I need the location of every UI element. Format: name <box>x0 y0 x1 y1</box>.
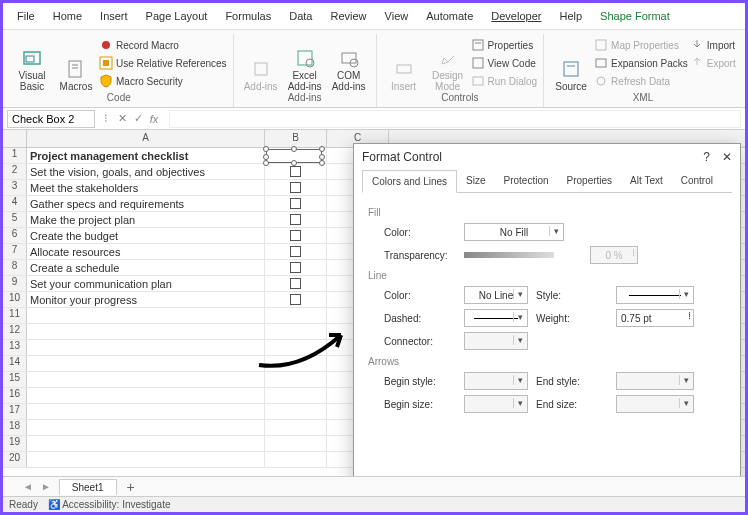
checkbox[interactable] <box>290 262 301 273</box>
cell-a1[interactable]: Project management checklist <box>27 148 265 163</box>
cell-b7[interactable] <box>265 244 327 259</box>
formula-input[interactable] <box>169 110 741 128</box>
macros-button[interactable]: Macros <box>55 36 97 92</box>
begin-style-dropdown[interactable] <box>464 372 528 390</box>
add-sheet-button[interactable]: + <box>123 479 139 495</box>
view-code-button[interactable]: View Code <box>471 54 537 72</box>
row-header[interactable]: 19 <box>3 436 27 451</box>
cell-b10[interactable] <box>265 292 327 307</box>
cell-a12[interactable] <box>27 324 265 339</box>
row-header[interactable]: 12 <box>3 324 27 339</box>
menu-file[interactable]: File <box>9 6 43 26</box>
cell-a17[interactable] <box>27 404 265 419</box>
cell-b6[interactable] <box>265 228 327 243</box>
cell-a9[interactable]: Set your communication plan <box>27 276 265 291</box>
row-header[interactable]: 17 <box>3 404 27 419</box>
menu-help[interactable]: Help <box>551 6 590 26</box>
end-style-dropdown[interactable] <box>616 372 694 390</box>
status-accessibility[interactable]: ♿ Accessibility: Investigate <box>48 499 171 510</box>
cell-a6[interactable]: Create the budget <box>27 228 265 243</box>
cancel-icon[interactable]: ✕ <box>115 112 129 125</box>
export-button[interactable]: Export <box>690 54 736 72</box>
cell-b8[interactable] <box>265 260 327 275</box>
cell-b20[interactable] <box>265 452 327 467</box>
menu-developer[interactable]: Developer <box>483 6 549 26</box>
checkbox[interactable] <box>290 166 301 177</box>
dialog-tab-protection[interactable]: Protection <box>495 170 558 192</box>
checkbox[interactable] <box>290 294 301 305</box>
com-addins-button[interactable]: COM Add-ins <box>328 36 370 92</box>
col-header-b[interactable]: B <box>265 130 327 147</box>
addins-button[interactable]: Add-ins <box>240 36 282 92</box>
transparency-spinner[interactable]: 0 % <box>590 246 638 264</box>
cell-b19[interactable] <box>265 436 327 451</box>
row-header[interactable]: 7 <box>3 244 27 259</box>
cell-b3[interactable] <box>265 180 327 195</box>
row-header[interactable]: 8 <box>3 260 27 275</box>
row-header[interactable]: 14 <box>3 356 27 371</box>
cell-b13[interactable] <box>265 340 327 355</box>
checkbox[interactable] <box>290 214 301 225</box>
tab-nav-next[interactable]: ► <box>41 481 53 492</box>
macro-security-button[interactable]: Macro Security <box>99 72 227 90</box>
cell-a19[interactable] <box>27 436 265 451</box>
col-header-a[interactable]: A <box>27 130 265 147</box>
cell-a14[interactable] <box>27 356 265 371</box>
row-header[interactable]: 1 <box>3 148 27 163</box>
menu-data[interactable]: Data <box>281 6 320 26</box>
cell-b14[interactable] <box>265 356 327 371</box>
menu-shape-format[interactable]: Shape Format <box>592 6 678 26</box>
menu-home[interactable]: Home <box>45 6 90 26</box>
transparency-slider[interactable] <box>464 252 554 258</box>
checkbox[interactable] <box>290 246 301 257</box>
checkbox[interactable] <box>290 198 301 209</box>
select-all-corner[interactable] <box>3 130 27 147</box>
cell-a8[interactable]: Create a schedule <box>27 260 265 275</box>
menu-view[interactable]: View <box>377 6 417 26</box>
close-icon[interactable]: ✕ <box>722 150 732 164</box>
dashed-dropdown[interactable] <box>464 309 528 327</box>
row-header[interactable]: 6 <box>3 228 27 243</box>
menu-automate[interactable]: Automate <box>418 6 481 26</box>
run-dialog-button[interactable]: Run Dialog <box>471 72 537 90</box>
refresh-data-button[interactable]: Refresh Data <box>594 72 688 90</box>
checkbox[interactable] <box>290 278 301 289</box>
weight-spinner[interactable]: 0.75 pt <box>616 309 694 327</box>
cell-a4[interactable]: Gather specs and requirements <box>27 196 265 211</box>
row-header[interactable]: 2 <box>3 164 27 179</box>
begin-size-dropdown[interactable] <box>464 395 528 413</box>
cell-a5[interactable]: Make the project plan <box>27 212 265 227</box>
design-mode-button[interactable]: Design Mode <box>427 36 469 92</box>
selection-handles[interactable] <box>266 149 322 163</box>
visual-basic-button[interactable]: Visual Basic <box>11 36 53 92</box>
dialog-tab-control[interactable]: Control <box>672 170 722 192</box>
fill-color-dropdown[interactable]: No Fill <box>464 223 564 241</box>
row-header[interactable]: 9 <box>3 276 27 291</box>
name-box-input[interactable] <box>7 110 95 128</box>
cell-b4[interactable] <box>265 196 327 211</box>
tab-nav-prev[interactable]: ◄ <box>23 481 35 492</box>
cell-a2[interactable]: Set the vision, goals, and objectives <box>27 164 265 179</box>
excel-addins-button[interactable]: Excel Add-ins <box>284 36 326 92</box>
connector-dropdown[interactable] <box>464 332 528 350</box>
menu-formulas[interactable]: Formulas <box>217 6 279 26</box>
row-header[interactable]: 13 <box>3 340 27 355</box>
cell-b9[interactable] <box>265 276 327 291</box>
row-header[interactable]: 15 <box>3 372 27 387</box>
row-header[interactable]: 10 <box>3 292 27 307</box>
cell-b16[interactable] <box>265 388 327 403</box>
properties-button[interactable]: Properties <box>471 36 537 54</box>
relative-references-button[interactable]: Use Relative References <box>99 54 227 72</box>
cell-a7[interactable]: Allocate resources <box>27 244 265 259</box>
cell-b5[interactable] <box>265 212 327 227</box>
checkbox[interactable] <box>290 182 301 193</box>
row-header[interactable]: 5 <box>3 212 27 227</box>
row-header[interactable]: 4 <box>3 196 27 211</box>
cell-b12[interactable] <box>265 324 327 339</box>
enter-icon[interactable]: ✓ <box>131 112 145 125</box>
row-header[interactable]: 3 <box>3 180 27 195</box>
record-macro-button[interactable]: Record Macro <box>99 36 227 54</box>
cell-a16[interactable] <box>27 388 265 403</box>
row-header[interactable]: 20 <box>3 452 27 467</box>
import-button[interactable]: Import <box>690 36 736 54</box>
